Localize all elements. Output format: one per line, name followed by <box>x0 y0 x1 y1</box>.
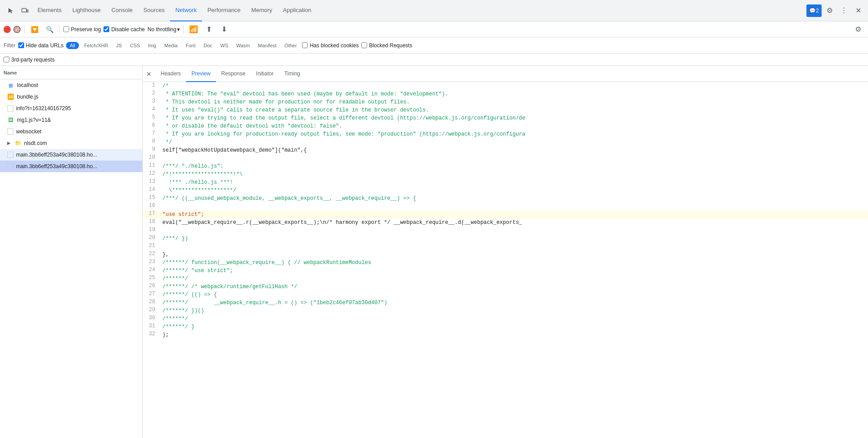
filter-img-button[interactable]: Img <box>145 42 159 49</box>
close-icon[interactable]: ✕ <box>852 4 864 17</box>
tab-performance[interactable]: Performance <box>202 0 246 21</box>
table-row: 7 * If you are looking for production-re… <box>143 130 868 138</box>
sidebar-item-bundle[interactable]: JS bundle.js <box>0 91 142 103</box>
sidebar-item-nlsdt[interactable]: ▶ 📁 nlsdt.com <box>0 137 142 149</box>
tab-response[interactable]: Response <box>216 66 251 82</box>
table-row: 2 * ATTENTION: The "eval" devtool has be… <box>143 90 868 98</box>
filter-font-button[interactable]: Font <box>183 42 198 49</box>
ws-icon <box>7 128 13 135</box>
svg-rect-0 <box>22 8 26 12</box>
blank-icon <box>7 105 13 112</box>
table-row: 31/******/ } <box>143 323 868 331</box>
filter-ws-button[interactable]: WS <box>218 42 231 49</box>
tab-memory[interactable]: Memory <box>246 0 277 21</box>
tab-sources[interactable]: Sources <box>138 0 170 21</box>
tab-initiator[interactable]: Initiator <box>251 66 279 82</box>
sidebar-item-main-1[interactable]: main.3bb6eff253a49c380108.ho... <box>0 149 142 161</box>
tab-elements[interactable]: Elements <box>32 0 67 21</box>
table-row: 32); <box>143 331 868 339</box>
table-row: 15/***/ ((__unused_webpack_module, __web… <box>143 194 868 202</box>
sidebar: Name ▦ localhost JS bundle.js info?t=163… <box>0 66 143 438</box>
table-row: 3 * This devtool is neither made for pro… <box>143 98 868 106</box>
wifi-icon[interactable]: 📶 <box>187 23 200 36</box>
sidebar-header: Name <box>0 66 142 79</box>
table-row: 22}, <box>143 251 868 259</box>
filter-fetch-xhr-button[interactable]: Fetch/XHR <box>82 42 111 49</box>
code-table: 1/*2 * ATTENTION: The "eval" devtool has… <box>143 82 868 339</box>
third-party-checkbox[interactable]: 3rd-party requests <box>4 57 54 63</box>
filter-bar: Filter Hide data URLs All Fetch/XHR JS C… <box>0 37 868 54</box>
table-row: 29/******/ })() <box>143 307 868 315</box>
filter-label: Filter <box>4 42 16 49</box>
tab-console[interactable]: Console <box>106 0 138 21</box>
has-blocked-cookies-checkbox[interactable]: Has blocked cookies <box>302 42 359 49</box>
sub-tab-bar: ✕ Headers Preview Response Initiator Tim… <box>143 66 868 82</box>
sidebar-item-localhost[interactable]: ▦ localhost <box>0 79 142 91</box>
table-row: 24/******/ "use strict"; <box>143 267 868 275</box>
js-icon: JS <box>7 93 14 100</box>
more-options-icon[interactable]: ⋮ <box>838 4 850 17</box>
record-button[interactable] <box>4 26 11 33</box>
filter-css-button[interactable]: CSS <box>127 42 143 49</box>
disable-cache-checkbox[interactable]: Disable cache <box>103 26 145 33</box>
table-row: 30/******/ <box>143 315 868 323</box>
folder-icon: 📁 <box>14 140 21 147</box>
table-row: 18eval("__webpack_require__.r(__webpack_… <box>143 219 868 227</box>
search-icon[interactable]: 🔍 <box>43 23 56 36</box>
table-row: 27/******/ (() => { <box>143 291 868 299</box>
table-row: 17"use strict"; <box>143 211 868 219</box>
third-party-row: 3rd-party requests <box>0 54 868 66</box>
devtools-cursor-icon[interactable] <box>4 4 18 18</box>
table-row: 23/******/ function(__webpack_require__)… <box>143 259 868 267</box>
tab-lighthouse[interactable]: Lighthouse <box>67 0 106 21</box>
close-preview-button[interactable]: ✕ <box>146 70 152 78</box>
import-icon[interactable]: ⬆ <box>203 23 215 36</box>
tab-preview[interactable]: Preview <box>186 66 216 82</box>
tab-network[interactable]: Network <box>170 0 202 21</box>
table-row: 4 * It uses "eval()" calls to create a s… <box>143 106 868 114</box>
filter-media-button[interactable]: Media <box>161 42 180 49</box>
preview-panel: ✕ Headers Preview Response Initiator Tim… <box>143 66 868 438</box>
throttle-select[interactable]: No throttling ▾ <box>148 26 180 33</box>
blocked-requests-checkbox[interactable]: Blocked Requests <box>361 42 412 49</box>
sidebar-item-info[interactable]: info?t=1632140167295 <box>0 103 142 114</box>
doc-icon: ▦ <box>7 82 14 89</box>
svg-rect-1 <box>27 10 28 12</box>
expand-arrow-icon: ▶ <box>7 140 12 146</box>
filter-doc-button[interactable]: Doc <box>201 42 215 49</box>
network-toolbar: 🔽 🔍 Preserve log Disable cache No thrott… <box>0 21 868 37</box>
stop-recording-button[interactable] <box>13 26 21 33</box>
filter-wasm-button[interactable]: Wasm <box>234 42 253 49</box>
table-row: 25/******/ <box>143 275 868 283</box>
table-row: 11/***/ "./hello.js": <box>143 162 868 170</box>
devtools-responsive-icon[interactable] <box>18 4 32 18</box>
table-row: 6 * or disable the default devtool with … <box>143 122 868 130</box>
hide-data-urls-checkbox[interactable]: Hide data URLs <box>18 42 64 49</box>
code-view[interactable]: 1/*2 * ATTENTION: The "eval" devtool has… <box>143 82 868 438</box>
table-row: 1/* <box>143 82 868 90</box>
sidebar-item-websocket[interactable]: websocket <box>0 126 142 137</box>
filter-all-button[interactable]: All <box>66 42 79 49</box>
file-icon-1 <box>7 152 13 158</box>
table-row: 21 <box>143 243 868 251</box>
table-row: 5 * If you are trying to read the output… <box>143 114 868 122</box>
sidebar-item-mg1[interactable]: 🖼 mg1.js?v=11& <box>0 114 142 126</box>
feedback-icon[interactable]: 💬 2 <box>806 4 822 17</box>
svg-line-3 <box>16 29 18 30</box>
sidebar-item-main-2[interactable]: main.3bb6eff253a49c380108.ho... <box>0 161 142 172</box>
tab-timing[interactable]: Timing <box>279 66 306 82</box>
filter-js-button[interactable]: JS <box>113 42 124 49</box>
export-icon[interactable]: ⬇ <box>218 23 230 36</box>
table-row: 9self["webpackHotUpdatewebpack_demo"]("m… <box>143 146 868 154</box>
tab-application[interactable]: Application <box>277 0 317 21</box>
settings-icon[interactable]: ⚙ <box>823 4 836 17</box>
img-icon: 🖼 <box>7 116 14 124</box>
preserve-log-checkbox[interactable]: Preserve log <box>63 26 101 33</box>
filter-icon[interactable]: 🔽 <box>28 23 41 36</box>
table-row: 14 \*******************/ <box>143 186 868 194</box>
table-row: 13 !*** ./hello.js ***! <box>143 178 868 186</box>
filter-other-button[interactable]: Other <box>282 42 300 49</box>
tab-headers[interactable]: Headers <box>155 66 186 82</box>
filter-manifest-button[interactable]: Manifest <box>255 42 279 49</box>
network-settings-icon[interactable]: ⚙ <box>852 23 864 36</box>
